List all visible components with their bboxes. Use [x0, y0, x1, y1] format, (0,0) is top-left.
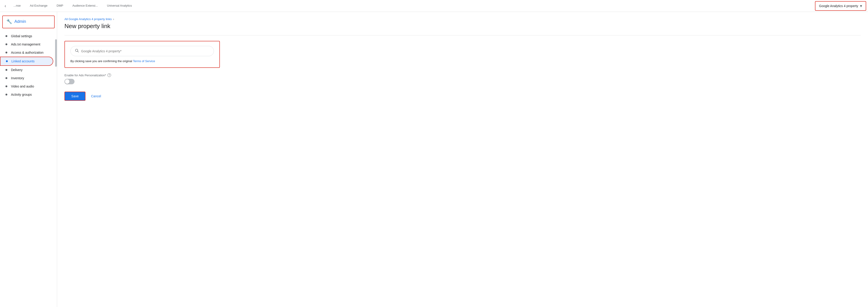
dot-icon: [6, 60, 8, 62]
sidebar: 🔧 Admin Global settings Ads.txt manageme…: [0, 12, 57, 307]
sidebar-item-linked-accounts[interactable]: Linked accounts: [0, 57, 53, 66]
dot-icon: [5, 77, 7, 79]
divider: [64, 35, 861, 35]
top-nav: ‹ ...nse Ad Exchange DMP Audience Extens…: [0, 0, 868, 12]
dot-icon: [5, 86, 7, 87]
back-icon: ‹: [5, 3, 6, 8]
tab-universal-analytics[interactable]: Universal Analytics: [102, 0, 136, 12]
toggle-section: Enable for Ads Personalization* ?: [64, 73, 861, 84]
admin-header[interactable]: 🔧 Admin: [2, 15, 55, 28]
cancel-button[interactable]: Cancel: [89, 92, 103, 100]
dot-icon: [5, 43, 7, 45]
sidebar-item-label: Video and audio: [11, 84, 34, 88]
dot-icon: [5, 52, 7, 54]
sidebar-item-label: Ads.txt management: [11, 42, 40, 46]
sidebar-item-ads-txt[interactable]: Ads.txt management: [0, 40, 53, 48]
main-layout: 🔧 Admin Global settings Ads.txt manageme…: [0, 12, 868, 307]
tab-ad-exchange[interactable]: Ad Exchange: [25, 0, 52, 12]
search-section: By clicking save you are confirming the …: [64, 41, 220, 68]
tos-link[interactable]: Terms of Service: [133, 59, 155, 63]
sidebar-item-delivery[interactable]: Delivery: [0, 66, 53, 74]
main-content: All Google Analytics 4 property links › …: [57, 12, 868, 307]
tab-nse[interactable]: ...nse: [9, 0, 25, 12]
search-input[interactable]: [81, 49, 210, 53]
breadcrumb: All Google Analytics 4 property links ›: [64, 18, 861, 21]
tab-dmp[interactable]: DMP: [52, 0, 68, 12]
scrollbar-thumb[interactable]: [55, 39, 57, 67]
breadcrumb-link[interactable]: All Google Analytics 4 property links: [64, 18, 112, 21]
action-buttons: Save Cancel: [64, 92, 861, 101]
svg-line-1: [78, 51, 79, 52]
tab-audience-extension[interactable]: Audience Extensi...: [68, 0, 102, 12]
sidebar-item-video-audio[interactable]: Video and audio: [0, 82, 53, 91]
nav-back-button[interactable]: ‹: [2, 1, 9, 10]
chevron-down-icon: ▾: [860, 3, 862, 8]
dot-icon: [5, 69, 7, 71]
sidebar-item-label: Global settings: [11, 34, 32, 38]
search-input-wrapper: [70, 46, 214, 56]
nav-tabs: ...nse Ad Exchange DMP Audience Extensi.…: [9, 0, 815, 12]
toggle-knob: [65, 79, 69, 84]
wrench-icon: 🔧: [6, 19, 12, 24]
breadcrumb-separator: ›: [113, 18, 114, 21]
toggle-label: Enable for Ads Personalization* ?: [64, 73, 861, 77]
tos-text: By clicking save you are confirming the …: [70, 59, 214, 63]
sidebar-item-inventory[interactable]: Inventory: [0, 74, 53, 82]
search-icon: [75, 48, 79, 54]
ga4-property-dropdown[interactable]: Google Analytics 4 property ▾: [815, 1, 866, 11]
save-button[interactable]: Save: [64, 92, 86, 101]
sidebar-item-global-settings[interactable]: Global settings: [0, 32, 53, 40]
sidebar-item-label: Activity groups: [11, 93, 32, 96]
sidebar-item-label: Linked accounts: [11, 59, 34, 63]
dot-icon: [5, 94, 7, 96]
help-icon[interactable]: ?: [107, 73, 111, 77]
ads-personalization-toggle[interactable]: [64, 79, 74, 84]
ga4-dropdown-label: Google Analytics 4 property: [819, 4, 858, 8]
dot-icon: [5, 35, 7, 37]
sidebar-item-activity-groups[interactable]: Activity groups: [0, 91, 53, 99]
sidebar-item-access-auth[interactable]: Access & authorization: [0, 48, 53, 57]
scrollbar-track: [55, 12, 57, 307]
page-title: New property link: [64, 23, 861, 30]
sidebar-item-label: Inventory: [11, 76, 24, 80]
sidebar-item-label: Access & authorization: [11, 51, 43, 55]
admin-label: Admin: [14, 19, 26, 24]
sidebar-item-label: Delivery: [11, 68, 23, 72]
